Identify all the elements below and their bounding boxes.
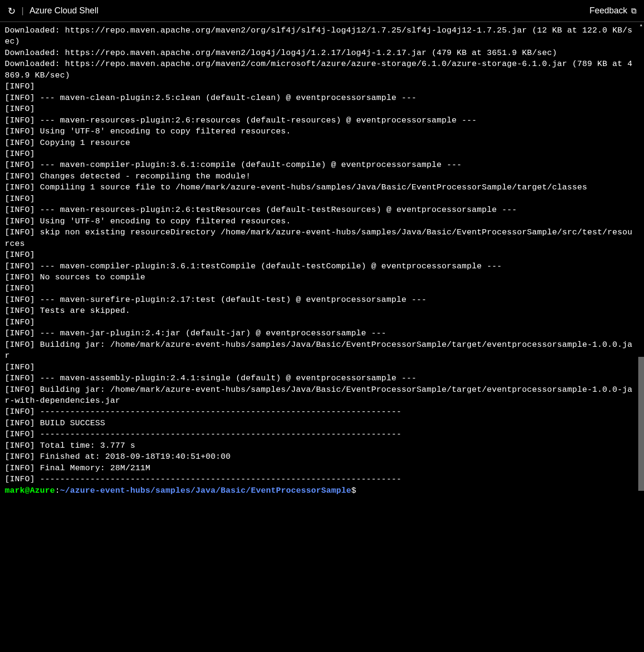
terminal-line: [INFO] Changes detected - recompiling th…	[5, 171, 633, 182]
header-left: ↻ | Azure Cloud Shell	[8, 5, 98, 17]
cloud-shell-header: ↻ | Azure Cloud Shell Feedback ⧉	[0, 0, 644, 22]
terminal-line: [INFO] --- maven-resources-plugin:2.6:re…	[5, 115, 633, 126]
terminal-line: [INFO] No sources to compile	[5, 272, 633, 283]
terminal-line: [INFO] --- maven-jar-plugin:2.4:jar (def…	[5, 328, 633, 339]
terminal-line: [INFO]	[5, 362, 633, 373]
feedback-link[interactable]: Feedback ⧉	[589, 6, 636, 16]
terminal-line: Downloaded: https://repo.maven.apache.or…	[5, 25, 633, 47]
scrollbar-track[interactable]: ▲	[638, 22, 644, 652]
refresh-icon[interactable]: ↻	[8, 5, 16, 17]
terminal-line: [INFO]	[5, 249, 633, 260]
terminal-prompt[interactable]: mark@Azure:~/azure-event-hubs/samples/Ja…	[5, 485, 633, 496]
terminal-line: [INFO] skip non existing resourceDirecto…	[5, 227, 633, 249]
terminal-line: [INFO] --- maven-compiler-plugin:3.6.1:t…	[5, 261, 633, 272]
terminal-line: [INFO] Tests are skipped.	[5, 305, 633, 316]
terminal-line: [INFO] --- maven-clean-plugin:2.5:clean …	[5, 92, 633, 103]
external-link-icon: ⧉	[631, 7, 636, 15]
terminal-line: [INFO] ---------------------------------…	[5, 474, 633, 485]
terminal-line: [INFO]	[5, 193, 633, 204]
terminal-line: [INFO] ---------------------------------…	[5, 429, 633, 440]
terminal-container: Downloaded: https://repo.maven.apache.or…	[0, 22, 644, 652]
prompt-at: @	[25, 486, 30, 495]
terminal-line: [INFO] ---------------------------------…	[5, 406, 633, 417]
terminal-line: [INFO] BUILD SUCCESS	[5, 418, 633, 429]
terminal-line: [INFO] Copying 1 resource	[5, 137, 633, 148]
terminal-output[interactable]: Downloaded: https://repo.maven.apache.or…	[0, 22, 638, 652]
terminal-line: [INFO] Using 'UTF-8' encoding to copy fi…	[5, 216, 633, 227]
terminal-line: Downloaded: https://repo.maven.apache.or…	[5, 47, 633, 58]
scrollbar: ▲	[638, 22, 644, 652]
terminal-line: [INFO] Building jar: /home/mark/azure-ev…	[5, 384, 633, 407]
feedback-label: Feedback	[589, 6, 627, 16]
shell-title: Azure Cloud Shell	[30, 6, 98, 16]
terminal-line: [INFO] Using 'UTF-8' encoding to copy fi…	[5, 126, 633, 137]
terminal-line: [INFO]	[5, 317, 633, 328]
terminal-line: [INFO]	[5, 103, 633, 114]
terminal-line: [INFO] --- maven-compiler-plugin:3.6.1:c…	[5, 159, 633, 170]
terminal-line: [INFO] Final Memory: 28M/211M	[5, 463, 633, 474]
terminal-line: [INFO] Compiling 1 source file to /home/…	[5, 182, 633, 193]
prompt-host: Azure	[30, 486, 55, 495]
prompt-path: ~/azure-event-hubs/samples/Java/Basic/Ev…	[60, 486, 351, 495]
terminal-line: [INFO]	[5, 283, 633, 294]
scrollbar-thumb[interactable]	[638, 357, 644, 491]
terminal-line: [INFO] --- maven-assembly-plugin:2.4.1:s…	[5, 373, 633, 384]
terminal-line: [INFO] --- maven-resources-plugin:2.6:te…	[5, 204, 633, 215]
prompt-user: mark	[5, 486, 25, 495]
terminal-line: [INFO] Building jar: /home/mark/azure-ev…	[5, 339, 633, 362]
prompt-colon: :	[55, 486, 60, 495]
header-divider: |	[22, 6, 24, 16]
terminal-line: [INFO] Finished at: 2018-09-18T19:40:51+…	[5, 451, 633, 462]
scrollbar-up-arrow-icon[interactable]: ▲	[638, 22, 644, 29]
terminal-line: [INFO]	[5, 81, 633, 92]
terminal-line: [INFO] Total time: 3.777 s	[5, 440, 633, 451]
terminal-line: [INFO]	[5, 148, 633, 159]
terminal-line: [INFO] --- maven-surefire-plugin:2.17:te…	[5, 294, 633, 305]
terminal-line: Downloaded: https://repo.maven.apache.or…	[5, 58, 633, 81]
prompt-dollar: $	[351, 486, 357, 495]
